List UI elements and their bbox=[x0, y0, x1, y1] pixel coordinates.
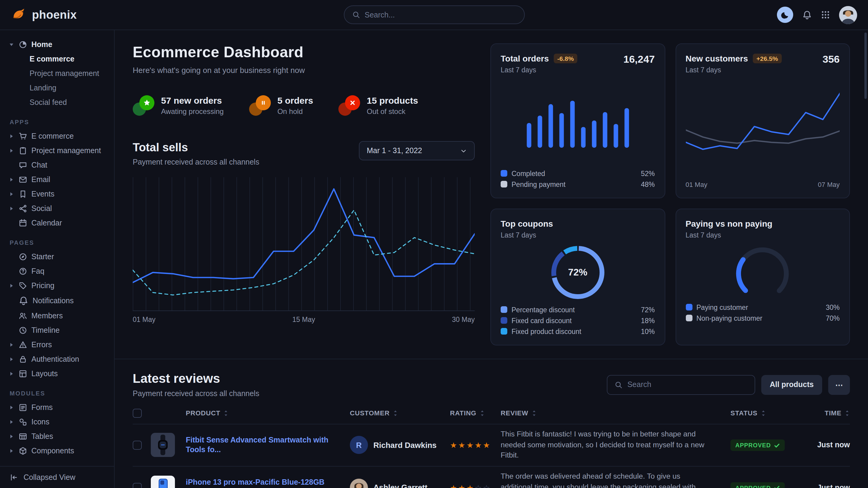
latest-reviews-section: Latest reviews Payment received across a… bbox=[115, 358, 868, 488]
all-products-button[interactable]: All products bbox=[761, 375, 822, 395]
star-filled-icon: ★ bbox=[458, 441, 465, 450]
customer-cell[interactable]: Ashley Garrett bbox=[350, 479, 450, 488]
product-link[interactable]: iPhone 13 pro max-Pacific Blue-128GB sto… bbox=[186, 478, 350, 488]
reviews-search-input[interactable] bbox=[627, 380, 747, 389]
product-link[interactable]: Fitbit Sense Advanced Smartwatch with To… bbox=[186, 435, 350, 455]
sidebar-item-label: Authentication bbox=[31, 355, 79, 363]
legend-item-pending-payment: Pending payment48% bbox=[501, 181, 655, 188]
sidebar-item-project-management[interactable]: Project management bbox=[0, 143, 114, 158]
sidebar-item-label: Components bbox=[31, 447, 74, 455]
reviews-toolbar: All products ⋯ bbox=[607, 375, 850, 395]
legend-swatch bbox=[685, 304, 692, 311]
legend-value: 52% bbox=[641, 170, 655, 177]
sidebar-subitem-e-commerce[interactable]: E commerce bbox=[0, 52, 114, 66]
sidebar-item-tables[interactable]: Tables bbox=[0, 429, 114, 444]
sort-icon bbox=[761, 410, 766, 416]
sidebar-item-notifications[interactable]: Notifications bbox=[0, 293, 114, 308]
column-label: STATUS bbox=[731, 409, 757, 417]
paying-gauge-chart bbox=[685, 241, 840, 302]
sort-icon bbox=[531, 410, 537, 416]
legend-item-completed: Completed52% bbox=[501, 170, 655, 177]
sidebar-item-errors[interactable]: Errors bbox=[0, 337, 114, 352]
stat-awating-processing: 57 new ordersAwating processing bbox=[133, 95, 224, 116]
sidebar-item-label: E commerce bbox=[31, 132, 73, 140]
sidebar-item-timeline[interactable]: Timeline bbox=[0, 323, 114, 337]
compass-icon bbox=[19, 253, 27, 261]
layout-icon bbox=[19, 369, 27, 378]
sidebar-item-icons[interactable]: Icons bbox=[0, 415, 114, 429]
card-value: 16,247 bbox=[623, 54, 655, 66]
sidebar-item-calendar[interactable]: Calendar bbox=[0, 216, 114, 230]
sidebar-subitem-social-feed[interactable]: Social feed bbox=[0, 95, 114, 110]
sidebar-item-e-commerce[interactable]: E commerce bbox=[0, 129, 114, 143]
sidebar-item-label: Home bbox=[31, 40, 52, 49]
star-filled-icon: ★ bbox=[483, 441, 490, 450]
sidebar-item-label: Tables bbox=[31, 432, 53, 441]
sidebar-item-chat[interactable]: Chat bbox=[0, 158, 114, 172]
theme-toggle-button[interactable] bbox=[777, 7, 793, 23]
customer-cell[interactable]: RRichard Dawkins bbox=[350, 436, 450, 454]
legend-value: 72% bbox=[641, 306, 655, 313]
star-filled-icon: ★ bbox=[475, 441, 482, 450]
column-header-customer[interactable]: CUSTOMER bbox=[350, 409, 450, 417]
column-header-product[interactable]: PRODUCT bbox=[186, 409, 350, 417]
box-icon bbox=[19, 447, 27, 455]
global-search[interactable] bbox=[343, 5, 525, 24]
reviews-search[interactable] bbox=[607, 375, 755, 395]
card-title: Paying vs non paying bbox=[685, 219, 772, 228]
customer-name: Richard Dawkins bbox=[373, 441, 437, 450]
scrollbar-thumb[interactable] bbox=[864, 33, 867, 99]
sidebar-subitem-project-management[interactable]: Project management bbox=[0, 66, 114, 81]
sidebar-item-home[interactable]: Home bbox=[0, 37, 114, 52]
search-icon bbox=[615, 381, 622, 389]
select-all-checkbox[interactable] bbox=[133, 409, 142, 418]
sidebar-item-layouts[interactable]: Layouts bbox=[0, 366, 114, 381]
sidebar: HomeE commerceProject managementLandingS… bbox=[0, 30, 115, 488]
star-empty-icon: ☆ bbox=[475, 484, 482, 488]
sidebar-item-events[interactable]: Events bbox=[0, 187, 114, 201]
row-checkbox[interactable] bbox=[133, 483, 142, 488]
sidebar-item-forms[interactable]: Forms bbox=[0, 400, 114, 415]
date-range-select[interactable]: Mar 1 - 31, 2022 bbox=[359, 141, 475, 160]
star-filled-icon: ★ bbox=[467, 484, 473, 488]
sidebar-item-faq[interactable]: Faq bbox=[0, 264, 114, 279]
sort-icon bbox=[479, 410, 485, 416]
global-search-input[interactable] bbox=[365, 10, 516, 19]
check-icon bbox=[774, 485, 780, 488]
column-header-status[interactable]: STATUS bbox=[731, 409, 802, 417]
brand[interactable]: phoenix bbox=[11, 7, 343, 23]
product-image bbox=[151, 476, 175, 488]
page-subtitle: Here's what's going on at your business … bbox=[133, 66, 475, 75]
chevron-right-icon bbox=[9, 148, 14, 153]
lock-icon bbox=[19, 355, 27, 363]
sidebar-item-label: Calendar bbox=[31, 219, 62, 227]
column-header-time[interactable]: TIME bbox=[825, 409, 850, 417]
sidebar-item-starter[interactable]: Starter bbox=[0, 250, 114, 264]
notifications-bell-icon[interactable] bbox=[802, 10, 812, 20]
sidebar-item-authentication[interactable]: Authentication bbox=[0, 352, 114, 366]
sidebar-subitem-landing[interactable]: Landing bbox=[0, 81, 114, 95]
apps-grid-icon[interactable] bbox=[821, 10, 830, 19]
trend-badge: -6.8% bbox=[554, 54, 578, 63]
more-options-button[interactable]: ⋯ bbox=[828, 375, 850, 395]
sidebar-item-social[interactable]: Social bbox=[0, 201, 114, 216]
legend-swatch bbox=[501, 306, 507, 313]
status-badge: APPROVED bbox=[731, 482, 785, 488]
sidebar-item-pricing[interactable]: Pricing bbox=[0, 279, 114, 293]
stat-icon-wrap bbox=[133, 95, 154, 116]
card-period: Last 7 days bbox=[685, 66, 782, 73]
sidebar-item-components[interactable]: Components bbox=[0, 444, 114, 458]
collapsed-view-toggle[interactable]: Collapsed View bbox=[0, 466, 114, 488]
column-header-review[interactable]: REVIEW bbox=[501, 409, 731, 417]
sidebar-item-email[interactable]: Email bbox=[0, 172, 114, 187]
legend-item-non-paying-customer: Non-paying customer70% bbox=[685, 314, 840, 322]
review-row: Fitbit Sense Advanced Smartwatch with To… bbox=[133, 423, 850, 466]
column-header-rating[interactable]: RATING bbox=[450, 409, 501, 417]
product-image bbox=[151, 433, 175, 457]
row-checkbox[interactable] bbox=[133, 441, 142, 450]
user-avatar[interactable] bbox=[839, 6, 857, 24]
star-empty-icon: ☆ bbox=[483, 484, 490, 488]
stat-label: On hold bbox=[277, 107, 313, 116]
chevron-right-icon bbox=[9, 283, 14, 288]
sidebar-item-members[interactable]: Members bbox=[0, 308, 114, 323]
